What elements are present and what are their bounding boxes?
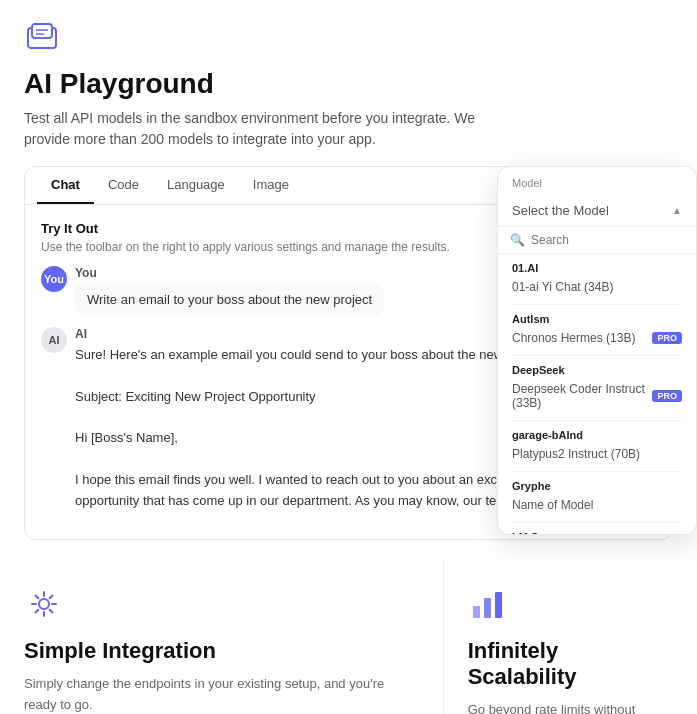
ai-avatar: AI — [41, 327, 67, 353]
model-item[interactable]: 01-ai Yi Chat (34B) — [512, 278, 682, 300]
feature-integration: Simple Integration Simply change the end… — [0, 560, 444, 714]
model-item[interactable]: Chronos Hermes (13B) PRO — [512, 329, 682, 351]
model-list: 01.AI 01-ai Yi Chat (34B) Autlsm Chronos… — [498, 254, 696, 534]
user-bubble: Write an email to your boss about the ne… — [75, 284, 384, 315]
model-group-deepseek: DeepSeek Deepseek Coder Instruct (33B) P… — [498, 356, 696, 420]
page-description: Test all API models in the sandbox envir… — [24, 108, 484, 150]
main-area: Chat Code Language Image Try It Out Use … — [0, 166, 697, 540]
group-name-garage: garage-bAInd — [512, 429, 682, 441]
group-name-lmsys: LM Sys — [512, 531, 682, 534]
group-name-01ai: 01.AI — [512, 262, 682, 274]
page-title: AI Playground — [24, 68, 673, 100]
group-name-gryphe: Gryphe — [512, 480, 682, 492]
pro-badge: PRO — [652, 332, 682, 344]
model-item[interactable]: Name of Model — [512, 496, 682, 518]
feature-scalability: Infinitely Scalability Go beyond rate li… — [444, 560, 697, 714]
tab-code[interactable]: Code — [94, 167, 153, 204]
feature-integration-title: Simple Integration — [24, 638, 419, 664]
chart-icon — [468, 584, 508, 624]
tab-chat[interactable]: Chat — [37, 167, 94, 204]
tab-language[interactable]: Language — [153, 167, 239, 204]
group-name-autlsm: Autlsm — [512, 313, 682, 325]
model-name: Chronos Hermes (13B) — [512, 331, 635, 345]
header: AI Playground Test all API models in the… — [0, 0, 697, 166]
model-name: Deepseek Coder Instruct (33B) — [512, 382, 652, 410]
model-item[interactable]: Platypus2 Instruct (70B) — [512, 445, 682, 467]
model-panel-label: Model — [498, 167, 696, 195]
feature-scalability-title: Infinitely Scalability — [468, 638, 673, 690]
chevron-up-icon: ▲ — [672, 205, 682, 216]
ai-avatar-label: AI — [49, 334, 60, 346]
svg-point-4 — [39, 599, 49, 609]
feature-scalability-desc: Go beyond rate limits without impact on … — [468, 700, 673, 714]
model-search-input[interactable] — [531, 233, 684, 247]
model-group-garage: garage-bAInd Platypus2 Instruct (70B) — [498, 421, 696, 471]
group-name-deepseek: DeepSeek — [512, 364, 682, 376]
gear-icon — [24, 584, 64, 624]
model-group-lmsys: LM Sys Vicuna v1 (7B) MythoMax-L2 (13B) … — [498, 523, 696, 534]
logo-icon — [24, 20, 60, 56]
svg-rect-7 — [495, 592, 502, 618]
model-group-gryphe: Gryphe Name of Model — [498, 472, 696, 522]
model-select-text: Select the Model — [512, 203, 609, 218]
model-name: Name of Model — [512, 498, 593, 512]
svg-rect-1 — [32, 24, 52, 38]
pro-badge: PRO — [652, 390, 682, 402]
user-avatar-label: You — [44, 273, 64, 285]
tab-image[interactable]: Image — [239, 167, 303, 204]
feature-integration-desc: Simply change the endpoints in your exis… — [24, 674, 419, 714]
bottom-section: Simple Integration Simply change the end… — [0, 560, 697, 714]
search-icon: 🔍 — [510, 233, 525, 247]
model-group-01ai: 01.AI 01-ai Yi Chat (34B) — [498, 254, 696, 304]
model-select-row[interactable]: Select the Model ▲ — [498, 195, 696, 227]
model-group-autlsm: Autlsm Chronos Hermes (13B) PRO — [498, 305, 696, 355]
model-dropdown: Model Select the Model ▲ 🔍 01.AI 01-ai Y… — [497, 166, 697, 535]
svg-rect-6 — [484, 598, 491, 618]
model-search-box: 🔍 — [498, 227, 696, 254]
user-avatar: You — [41, 266, 67, 292]
svg-rect-5 — [473, 606, 480, 618]
user-label: You — [75, 266, 384, 280]
model-name: 01-ai Yi Chat (34B) — [512, 280, 613, 294]
model-item[interactable]: Deepseek Coder Instruct (33B) PRO — [512, 380, 682, 416]
model-name: Platypus2 Instruct (70B) — [512, 447, 640, 461]
